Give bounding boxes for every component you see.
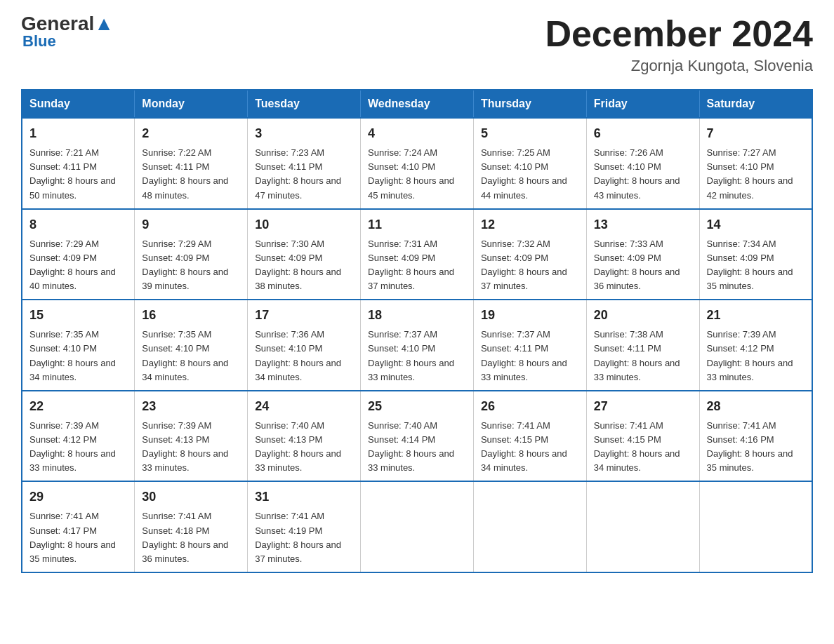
table-row: [586, 481, 699, 572]
day-info: Sunrise: 7:38 AMSunset: 4:11 PMDaylight:…: [594, 328, 692, 384]
day-info: Sunrise: 7:35 AMSunset: 4:10 PMDaylight:…: [29, 328, 127, 384]
day-info: Sunrise: 7:22 AMSunset: 4:11 PMDaylight:…: [142, 146, 240, 203]
day-info: Sunrise: 7:41 AMSunset: 4:18 PMDaylight:…: [142, 509, 240, 566]
day-number: 9: [142, 215, 240, 234]
calendar-week-row: 29 Sunrise: 7:41 AMSunset: 4:17 PMDaylig…: [22, 481, 812, 572]
day-info: Sunrise: 7:35 AMSunset: 4:10 PMDaylight:…: [142, 328, 240, 384]
day-info: Sunrise: 7:39 AMSunset: 4:13 PMDaylight:…: [142, 419, 240, 476]
day-number: 19: [481, 306, 579, 325]
day-number: 27: [594, 397, 692, 416]
day-number: 20: [594, 306, 692, 325]
table-row: 9 Sunrise: 7:29 AMSunset: 4:09 PMDayligh…: [135, 209, 248, 300]
day-info: Sunrise: 7:41 AMSunset: 4:15 PMDaylight:…: [481, 419, 579, 476]
table-row: 10 Sunrise: 7:30 AMSunset: 4:09 PMDaylig…: [248, 209, 361, 300]
table-row: 30 Sunrise: 7:41 AMSunset: 4:18 PMDaylig…: [135, 481, 248, 572]
calendar-header-row: Sunday Monday Tuesday Wednesday Thursday…: [22, 90, 812, 118]
col-monday: Monday: [135, 90, 248, 118]
day-info: Sunrise: 7:29 AMSunset: 4:09 PMDaylight:…: [29, 237, 127, 294]
day-number: 3: [255, 124, 353, 143]
day-info: Sunrise: 7:41 AMSunset: 4:15 PMDaylight:…: [594, 419, 692, 476]
day-number: 16: [142, 306, 240, 325]
table-row: 21 Sunrise: 7:39 AMSunset: 4:12 PMDaylig…: [699, 300, 812, 391]
day-number: 26: [481, 397, 579, 416]
col-friday: Friday: [586, 90, 699, 118]
day-number: 11: [368, 215, 466, 234]
day-info: Sunrise: 7:40 AMSunset: 4:14 PMDaylight:…: [368, 419, 466, 476]
day-info: Sunrise: 7:33 AMSunset: 4:09 PMDaylight:…: [594, 237, 692, 294]
table-row: 11 Sunrise: 7:31 AMSunset: 4:09 PMDaylig…: [361, 209, 474, 300]
table-row: 7 Sunrise: 7:27 AMSunset: 4:10 PMDayligh…: [699, 118, 812, 209]
day-number: 7: [707, 124, 805, 143]
day-number: 30: [142, 488, 240, 507]
table-row: 31 Sunrise: 7:41 AMSunset: 4:19 PMDaylig…: [248, 481, 361, 572]
day-number: 25: [368, 397, 466, 416]
table-row: 25 Sunrise: 7:40 AMSunset: 4:14 PMDaylig…: [361, 391, 474, 482]
day-info: Sunrise: 7:30 AMSunset: 4:09 PMDaylight:…: [255, 237, 353, 294]
calendar-table: Sunday Monday Tuesday Wednesday Thursday…: [21, 89, 813, 573]
day-info: Sunrise: 7:32 AMSunset: 4:09 PMDaylight:…: [481, 237, 579, 294]
table-row: 16 Sunrise: 7:35 AMSunset: 4:10 PMDaylig…: [135, 300, 248, 391]
day-info: Sunrise: 7:39 AMSunset: 4:12 PMDaylight:…: [29, 419, 127, 476]
table-row: 29 Sunrise: 7:41 AMSunset: 4:17 PMDaylig…: [22, 481, 135, 572]
table-row: 12 Sunrise: 7:32 AMSunset: 4:09 PMDaylig…: [473, 209, 586, 300]
day-number: 12: [481, 215, 579, 234]
col-sunday: Sunday: [22, 90, 135, 118]
day-info: Sunrise: 7:34 AMSunset: 4:09 PMDaylight:…: [707, 237, 805, 294]
table-row: [699, 481, 812, 572]
day-info: Sunrise: 7:31 AMSunset: 4:09 PMDaylight:…: [368, 237, 466, 294]
table-row: 1 Sunrise: 7:21 AMSunset: 4:11 PMDayligh…: [22, 118, 135, 209]
day-number: 4: [368, 124, 466, 143]
col-saturday: Saturday: [699, 90, 812, 118]
day-info: Sunrise: 7:40 AMSunset: 4:13 PMDaylight:…: [255, 419, 353, 476]
table-row: 15 Sunrise: 7:35 AMSunset: 4:10 PMDaylig…: [22, 300, 135, 391]
day-info: Sunrise: 7:24 AMSunset: 4:10 PMDaylight:…: [368, 146, 466, 203]
table-row: 4 Sunrise: 7:24 AMSunset: 4:10 PMDayligh…: [361, 118, 474, 209]
day-number: 10: [255, 215, 353, 234]
day-number: 6: [594, 124, 692, 143]
day-info: Sunrise: 7:26 AMSunset: 4:10 PMDaylight:…: [594, 146, 692, 203]
day-number: 8: [29, 215, 127, 234]
page-title: December 2024: [545, 14, 813, 54]
col-wednesday: Wednesday: [361, 90, 474, 118]
day-number: 29: [29, 488, 127, 507]
day-number: 21: [707, 306, 805, 325]
day-number: 5: [481, 124, 579, 143]
table-row: 6 Sunrise: 7:26 AMSunset: 4:10 PMDayligh…: [586, 118, 699, 209]
logo-general-text: General▲: [21, 14, 114, 34]
day-number: 13: [594, 215, 692, 234]
day-number: 18: [368, 306, 466, 325]
day-info: Sunrise: 7:39 AMSunset: 4:12 PMDaylight:…: [707, 328, 805, 384]
day-info: Sunrise: 7:36 AMSunset: 4:10 PMDaylight:…: [255, 328, 353, 384]
page-header: General▲ Blue December 2024 Zgornja Kung…: [21, 14, 813, 75]
table-row: 18 Sunrise: 7:37 AMSunset: 4:10 PMDaylig…: [361, 300, 474, 391]
logo-blue-text: Blue: [22, 34, 56, 49]
table-row: 28 Sunrise: 7:41 AMSunset: 4:16 PMDaylig…: [699, 391, 812, 482]
col-thursday: Thursday: [473, 90, 586, 118]
table-row: 27 Sunrise: 7:41 AMSunset: 4:15 PMDaylig…: [586, 391, 699, 482]
day-info: Sunrise: 7:41 AMSunset: 4:16 PMDaylight:…: [707, 419, 805, 476]
day-number: 23: [142, 397, 240, 416]
table-row: 26 Sunrise: 7:41 AMSunset: 4:15 PMDaylig…: [473, 391, 586, 482]
day-info: Sunrise: 7:37 AMSunset: 4:10 PMDaylight:…: [368, 328, 466, 384]
day-info: Sunrise: 7:29 AMSunset: 4:09 PMDaylight:…: [142, 237, 240, 294]
calendar-week-row: 15 Sunrise: 7:35 AMSunset: 4:10 PMDaylig…: [22, 300, 812, 391]
day-info: Sunrise: 7:37 AMSunset: 4:11 PMDaylight:…: [481, 328, 579, 384]
table-row: 14 Sunrise: 7:34 AMSunset: 4:09 PMDaylig…: [699, 209, 812, 300]
table-row: [361, 481, 474, 572]
day-info: Sunrise: 7:27 AMSunset: 4:10 PMDaylight:…: [707, 146, 805, 203]
day-number: 24: [255, 397, 353, 416]
day-number: 22: [29, 397, 127, 416]
table-row: 23 Sunrise: 7:39 AMSunset: 4:13 PMDaylig…: [135, 391, 248, 482]
table-row: 13 Sunrise: 7:33 AMSunset: 4:09 PMDaylig…: [586, 209, 699, 300]
day-number: 1: [29, 124, 127, 143]
table-row: 5 Sunrise: 7:25 AMSunset: 4:10 PMDayligh…: [473, 118, 586, 209]
table-row: [473, 481, 586, 572]
page-subtitle: Zgornja Kungota, Slovenia: [545, 57, 813, 75]
day-info: Sunrise: 7:41 AMSunset: 4:17 PMDaylight:…: [29, 509, 127, 566]
table-row: 8 Sunrise: 7:29 AMSunset: 4:09 PMDayligh…: [22, 209, 135, 300]
day-info: Sunrise: 7:25 AMSunset: 4:10 PMDaylight:…: [481, 146, 579, 203]
day-info: Sunrise: 7:41 AMSunset: 4:19 PMDaylight:…: [255, 509, 353, 566]
day-number: 15: [29, 306, 127, 325]
table-row: 20 Sunrise: 7:38 AMSunset: 4:11 PMDaylig…: [586, 300, 699, 391]
col-tuesday: Tuesday: [248, 90, 361, 118]
